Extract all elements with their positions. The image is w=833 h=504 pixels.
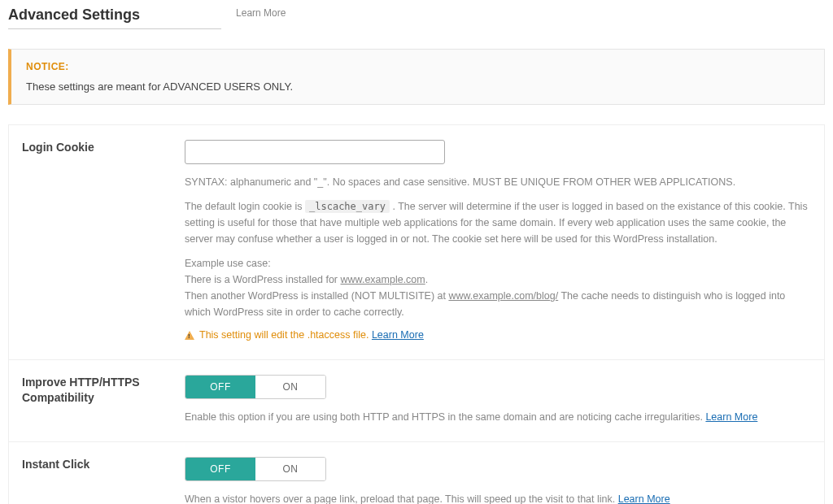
desc-pre: The default login cookie is	[185, 201, 305, 212]
login-cookie-syntax: SYNTAX: alphanumeric and "_". No spaces …	[185, 174, 811, 190]
setting-row-instant-click: Instant Click OFF ON When a vistor hover…	[9, 442, 824, 504]
http-compat-content: OFF ON Enable this option if you are usi…	[185, 375, 811, 425]
http-compat-desc-text: Enable this option if you are using both…	[185, 411, 705, 423]
setting-row-http-compat: Improve HTTP/HTTPS Compatibility OFF ON …	[9, 360, 824, 442]
login-cookie-example: Example use case: There is a WordPress i…	[185, 255, 811, 320]
instant-click-learn-more-link[interactable]: Learn More	[618, 493, 670, 504]
login-cookie-label: Login Cookie	[22, 140, 185, 343]
example-line1-post: .	[425, 274, 428, 285]
example-label: Example use case:	[185, 258, 271, 269]
login-cookie-description: The default login cookie is _lscache_var…	[185, 198, 811, 247]
notice-text: These settings are meant for ADVANCED US…	[26, 80, 809, 93]
setting-row-login-cookie: Login Cookie SYNTAX: alphanumeric and "_…	[9, 125, 824, 360]
warning-icon	[185, 331, 194, 340]
example-link-1[interactable]: www.example.com	[341, 274, 425, 285]
login-cookie-learn-more-link[interactable]: Learn More	[372, 329, 424, 341]
http-compat-toggle: OFF ON	[185, 375, 326, 399]
http-compat-label: Improve HTTP/HTTPS Compatibility	[22, 375, 185, 425]
login-cookie-content: SYNTAX: alphanumeric and "_". No spaces …	[185, 140, 811, 343]
notice-box: NOTICE: These settings are meant for ADV…	[8, 49, 825, 105]
instant-click-toggle: OFF ON	[185, 457, 326, 481]
instant-click-desc-text: When a vistor hovers over a page link, p…	[185, 493, 618, 504]
example-link-2[interactable]: www.example.com/blog/	[448, 290, 558, 302]
instant-click-label: Instant Click	[22, 457, 185, 504]
warn-text: This setting will edit the .htaccess fil…	[199, 329, 369, 341]
http-compat-learn-more-link[interactable]: Learn More	[705, 411, 757, 423]
header-learn-more-link[interactable]: Learn More	[236, 7, 286, 19]
login-cookie-input[interactable]	[185, 140, 445, 164]
page-header: Advanced Settings Learn More	[8, 0, 825, 34]
example-line1-pre: There is a WordPress installed for	[185, 274, 341, 285]
settings-section: Login Cookie SYNTAX: alphanumeric and "_…	[8, 124, 825, 504]
page-title: Advanced Settings	[8, 7, 221, 29]
instant-click-off-button[interactable]: OFF	[185, 458, 255, 480]
notice-label: NOTICE:	[26, 61, 809, 72]
instant-click-content: OFF ON When a vistor hovers over a page …	[185, 457, 811, 504]
http-compat-on-button[interactable]: ON	[255, 376, 325, 398]
example-line2-pre: Then another WordPress is installed (NOT…	[185, 290, 448, 302]
code-cookie-name: _lscache_vary	[305, 200, 390, 213]
instant-click-description: When a vistor hovers over a page link, p…	[185, 491, 811, 504]
login-cookie-warning: This setting will edit the .htaccess fil…	[185, 327, 811, 343]
http-compat-off-button[interactable]: OFF	[185, 376, 255, 398]
instant-click-on-button[interactable]: ON	[255, 458, 325, 480]
http-compat-description: Enable this option if you are using both…	[185, 409, 811, 425]
